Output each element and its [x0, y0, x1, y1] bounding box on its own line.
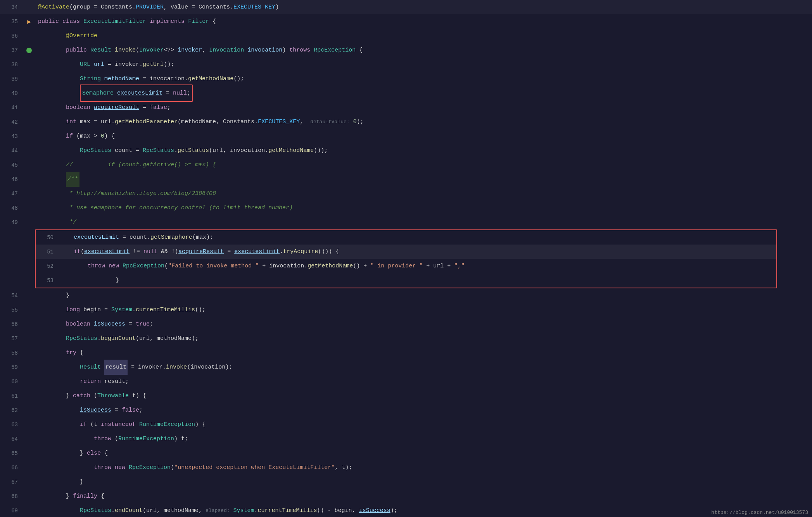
- line-content-34: @Activate(group = Constants.PROVIDER, va…: [35, 0, 812, 14]
- line-content-41: boolean acquireResult = false;: [35, 100, 812, 115]
- line-num-47: 47: [0, 186, 23, 201]
- line-num-64: 64: [0, 432, 23, 446]
- line-num-69: 69: [0, 503, 23, 517]
- line-num-49: 49: [0, 215, 23, 229]
- line-content-47: * http://manzhizhen.iteye.com/blog/23864…: [35, 186, 812, 201]
- line-content-46: /**: [35, 172, 812, 186]
- code-line-44: 44 RpcStatus count = RpcStatus.getStatus…: [0, 143, 812, 158]
- gutter-61: [23, 389, 35, 403]
- line-num-58: 58: [0, 346, 23, 360]
- code-line-54: 54 }: [0, 288, 812, 303]
- line-content-67: }: [35, 475, 812, 489]
- line-content-49: */: [35, 215, 812, 229]
- line-num-40: 40: [0, 86, 23, 100]
- gutter-44: [23, 143, 35, 158]
- line-num-43: 43: [0, 129, 23, 143]
- line-content-45: // if (count.getActive() >= max) {: [35, 158, 812, 172]
- line-content-61: } catch (Throwable t) {: [35, 389, 812, 403]
- line-content-56: boolean isSuccess = true;: [35, 317, 812, 331]
- gutter-55: [23, 303, 35, 317]
- line-content-60: return result;: [35, 374, 812, 389]
- code-line-69: 69 RpcStatus.endCount(url, methodName, e…: [0, 503, 812, 517]
- line-content-64: throw (RuntimeException) t;: [35, 432, 812, 446]
- line-num-63: 63: [0, 417, 23, 432]
- line-num-42: 42: [0, 115, 23, 129]
- line-num-59: 59: [0, 360, 23, 374]
- code-line-49: 49 */: [0, 215, 812, 229]
- code-line-59: 59 Result result = invoker.invoke(invoca…: [0, 360, 812, 374]
- line-num-36: 36: [0, 29, 23, 43]
- line-content-65: } else {: [35, 446, 812, 460]
- line-content-62: isSuccess = false;: [35, 403, 812, 417]
- line-content-59: Result result = invoker.invoke(invocatio…: [35, 360, 812, 374]
- gutter-36: [23, 29, 35, 43]
- line-num-45: 45: [0, 158, 23, 172]
- line-content-44: RpcStatus count = RpcStatus.getStatus(ur…: [35, 143, 812, 158]
- gutter-53: [59, 273, 71, 288]
- gutter-68: [23, 489, 35, 503]
- code-line-50: 50 executesLimit = count.getSemaphore(ma…: [36, 230, 776, 245]
- line-content-43: if (max > 0) {: [35, 129, 812, 143]
- line-num-39: 39: [0, 72, 23, 86]
- code-line-68: 68 } finally {: [0, 489, 812, 503]
- gutter-39: [23, 72, 35, 86]
- line-num-41: 41: [0, 100, 23, 115]
- line-num-50: 50: [36, 230, 59, 245]
- code-container: 34 @Activate(group = Constants.PROVIDER,…: [0, 0, 812, 517]
- gutter-52: [59, 259, 71, 273]
- gutter-49: [23, 215, 35, 229]
- line-num-61: 61: [0, 389, 23, 403]
- line-content-57: RpcStatus.beginCount(url, methodName);: [35, 331, 812, 346]
- red-box-block: 50 executesLimit = count.getSemaphore(ma…: [35, 229, 777, 288]
- line-content-42: int max = url.getMethodParameter(methodN…: [35, 115, 812, 129]
- code-line-53: 53 }: [36, 273, 776, 288]
- line-num-35: 35: [0, 14, 23, 29]
- line-content-52: throw new RpcException("Failed to invoke…: [71, 259, 776, 273]
- line-content-39: String methodName = invocation.getMethod…: [35, 72, 812, 86]
- code-line-42: 42 int max = url.getMethodParameter(meth…: [0, 115, 812, 129]
- code-line-51: 51 if(executesLimit != null && !(acquire…: [36, 245, 776, 259]
- gutter-41: [23, 100, 35, 115]
- gutter-69: [23, 503, 35, 517]
- line-content-35: public class ExecuteLimitFilter implemen…: [35, 14, 812, 29]
- code-line-46: 46 /**: [0, 172, 812, 186]
- line-num-68: 68: [0, 489, 23, 503]
- line-content-50: executesLimit = count.getSemaphore(max);: [71, 230, 776, 245]
- code-line-40: 40 Semaphore executesLimit = null;: [0, 86, 812, 100]
- gutter-46: [23, 172, 35, 186]
- code-line-37: 37 public Result invoke(Invoker<?> invok…: [0, 43, 812, 57]
- gutter-40: [23, 86, 35, 100]
- line-num-56: 56: [0, 317, 23, 331]
- line-content-55: long begin = System.currentTimeMillis();: [35, 303, 812, 317]
- code-line-66: 66 throw new RpcException("unexpected ex…: [0, 460, 812, 475]
- line-num-52: 52: [36, 259, 59, 273]
- line-num-46: 46: [0, 172, 23, 186]
- gutter-38: [23, 57, 35, 72]
- code-editor: 34 @Activate(group = Constants.PROVIDER,…: [0, 0, 812, 517]
- code-line-41: 41 boolean acquireResult = false;: [0, 100, 812, 115]
- line-content-58: try {: [35, 346, 812, 360]
- gutter-42: [23, 115, 35, 129]
- code-line-64: 64 throw (RuntimeException) t;: [0, 432, 812, 446]
- line-num-65: 65: [0, 446, 23, 460]
- gutter-43: [23, 129, 35, 143]
- code-line-34: 34 @Activate(group = Constants.PROVIDER,…: [0, 0, 812, 14]
- breakpoint-icon: [26, 48, 32, 53]
- url-bar: https://blog.csdn.net/u010013573: [707, 508, 812, 517]
- line-num-55: 55: [0, 303, 23, 317]
- code-line-61: 61 } catch (Throwable t) {: [0, 389, 812, 403]
- line-num-62: 62: [0, 403, 23, 417]
- line-num-66: 66: [0, 460, 23, 475]
- line-num-67: 67: [0, 475, 23, 489]
- code-line-57: 57 RpcStatus.beginCount(url, methodName)…: [0, 331, 812, 346]
- line-content-38: URL url = invoker.getUrl();: [35, 57, 812, 72]
- gutter-66: [23, 460, 35, 475]
- gutter-50: [59, 230, 71, 245]
- gutter-54: [23, 288, 35, 303]
- code-line-63: 63 if (t instanceof RuntimeException) {: [0, 417, 812, 432]
- code-line-55: 55 long begin = System.currentTimeMillis…: [0, 303, 812, 317]
- line-num-57: 57: [0, 331, 23, 346]
- line-content-51: if(executesLimit != null && !(acquireRes…: [71, 245, 776, 259]
- line-content-66: throw new RpcException("unexpected excep…: [35, 460, 812, 475]
- gutter-65: [23, 446, 35, 460]
